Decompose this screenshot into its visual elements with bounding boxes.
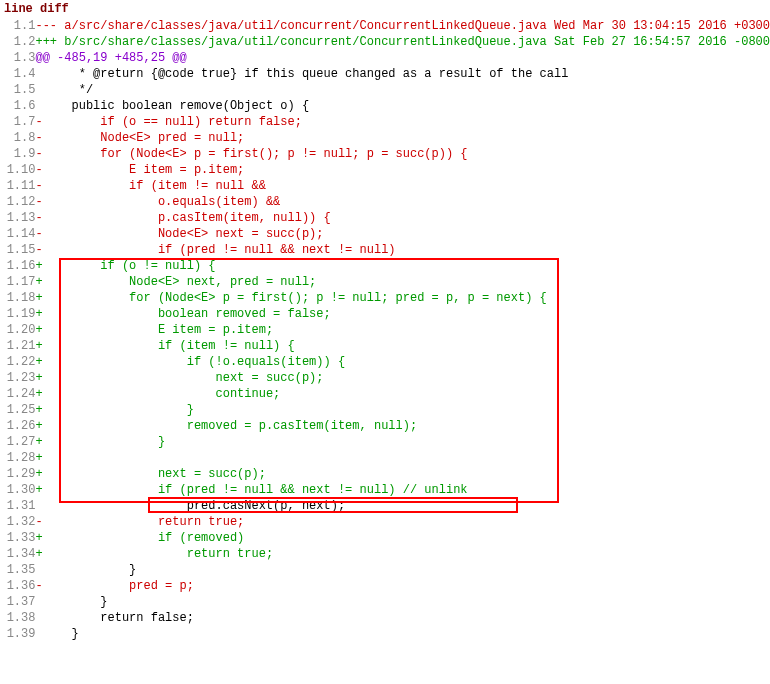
line-number: 1.13 <box>0 210 35 226</box>
diff-line: 1.31 pred.casNext(p, next); <box>0 498 770 514</box>
diff-table: 1.1--- a/src/share/classes/java/util/con… <box>0 18 770 642</box>
line-code: } <box>35 594 770 610</box>
line-code: + next = succ(p); <box>35 370 770 386</box>
line-number: 1.8 <box>0 130 35 146</box>
line-code: * @return {@code true} if this queue cha… <box>35 66 770 82</box>
line-number: 1.15 <box>0 242 35 258</box>
diff-line: 1.23+ next = succ(p); <box>0 370 770 386</box>
diff-line: 1.2+++ b/src/share/classes/java/util/con… <box>0 34 770 50</box>
diff-line: 1.22+ if (!o.equals(item)) { <box>0 354 770 370</box>
line-number: 1.4 <box>0 66 35 82</box>
diff-line: 1.18+ for (Node<E> p = first(); p != nul… <box>0 290 770 306</box>
diff-line: 1.16+ if (o != null) { <box>0 258 770 274</box>
line-code: + Node<E> next, pred = null; <box>35 274 770 290</box>
line-number: 1.3 <box>0 50 35 66</box>
line-number: 1.14 <box>0 226 35 242</box>
diff-line: 1.32- return true; <box>0 514 770 530</box>
line-number: 1.33 <box>0 530 35 546</box>
diff-container: line diff 1.1--- a/src/share/classes/jav… <box>0 0 770 642</box>
line-number: 1.26 <box>0 418 35 434</box>
line-number: 1.19 <box>0 306 35 322</box>
line-code: + continue; <box>35 386 770 402</box>
line-code: + <box>35 450 770 466</box>
line-code: } <box>35 562 770 578</box>
line-code: + if (removed) <box>35 530 770 546</box>
line-code: - if (item != null && <box>35 178 770 194</box>
line-number: 1.22 <box>0 354 35 370</box>
line-code: + for (Node<E> p = first(); p != null; p… <box>35 290 770 306</box>
line-code: + } <box>35 402 770 418</box>
line-code: - pred = p; <box>35 578 770 594</box>
line-code: - for (Node<E> p = first(); p != null; p… <box>35 146 770 162</box>
line-code: public boolean remove(Object o) { <box>35 98 770 114</box>
line-code: + return true; <box>35 546 770 562</box>
line-code: - if (pred != null && next != null) <box>35 242 770 258</box>
line-code: +++ b/src/share/classes/java/util/concur… <box>35 34 770 50</box>
line-code: + if (!o.equals(item)) { <box>35 354 770 370</box>
line-number: 1.24 <box>0 386 35 402</box>
diff-line: 1.12- o.equals(item) && <box>0 194 770 210</box>
line-number: 1.12 <box>0 194 35 210</box>
line-code: + E item = p.item; <box>35 322 770 338</box>
line-code: + boolean removed = false; <box>35 306 770 322</box>
diff-line: 1.30+ if (pred != null && next != null) … <box>0 482 770 498</box>
line-number: 1.9 <box>0 146 35 162</box>
line-number: 1.20 <box>0 322 35 338</box>
line-number: 1.16 <box>0 258 35 274</box>
diff-line: 1.35 } <box>0 562 770 578</box>
line-code: - if (o == null) return false; <box>35 114 770 130</box>
diff-line: 1.10- E item = p.item; <box>0 162 770 178</box>
diff-line: 1.7- if (o == null) return false; <box>0 114 770 130</box>
diff-line: 1.37 } <box>0 594 770 610</box>
line-code: + if (pred != null && next != null) // u… <box>35 482 770 498</box>
line-number: 1.38 <box>0 610 35 626</box>
diff-line: 1.5 */ <box>0 82 770 98</box>
line-number: 1.32 <box>0 514 35 530</box>
line-code: return false; <box>35 610 770 626</box>
line-code: - p.casItem(item, null)) { <box>35 210 770 226</box>
line-number: 1.28 <box>0 450 35 466</box>
diff-line: 1.6 public boolean remove(Object o) { <box>0 98 770 114</box>
line-code: - o.equals(item) && <box>35 194 770 210</box>
diff-line: 1.11- if (item != null && <box>0 178 770 194</box>
diff-line: 1.4 * @return {@code true} if this queue… <box>0 66 770 82</box>
line-number: 1.1 <box>0 18 35 34</box>
line-code: - Node<E> next = succ(p); <box>35 226 770 242</box>
line-code: - Node<E> pred = null; <box>35 130 770 146</box>
line-code: --- a/src/share/classes/java/util/concur… <box>35 18 770 34</box>
diff-line: 1.33+ if (removed) <box>0 530 770 546</box>
diff-line: 1.39 } <box>0 626 770 642</box>
line-number: 1.17 <box>0 274 35 290</box>
line-code: } <box>35 626 770 642</box>
line-number: 1.23 <box>0 370 35 386</box>
line-code: + next = succ(p); <box>35 466 770 482</box>
line-number: 1.30 <box>0 482 35 498</box>
line-number: 1.34 <box>0 546 35 562</box>
line-code: + if (o != null) { <box>35 258 770 274</box>
diff-line: 1.17+ Node<E> next, pred = null; <box>0 274 770 290</box>
line-number: 1.35 <box>0 562 35 578</box>
line-number: 1.31 <box>0 498 35 514</box>
diff-line: 1.15- if (pred != null && next != null) <box>0 242 770 258</box>
line-code: + removed = p.casItem(item, null); <box>35 418 770 434</box>
diff-header: line diff <box>0 0 770 18</box>
line-number: 1.7 <box>0 114 35 130</box>
diff-line: 1.36- pred = p; <box>0 578 770 594</box>
diff-line: 1.34+ return true; <box>0 546 770 562</box>
line-code: */ <box>35 82 770 98</box>
line-number: 1.36 <box>0 578 35 594</box>
diff-line: 1.24+ continue; <box>0 386 770 402</box>
line-number: 1.2 <box>0 34 35 50</box>
diff-line: 1.9- for (Node<E> p = first(); p != null… <box>0 146 770 162</box>
diff-line: 1.38 return false; <box>0 610 770 626</box>
diff-line: 1.1--- a/src/share/classes/java/util/con… <box>0 18 770 34</box>
line-code: + } <box>35 434 770 450</box>
diff-line: 1.29+ next = succ(p); <box>0 466 770 482</box>
line-code: pred.casNext(p, next); <box>35 498 770 514</box>
diff-line: 1.14- Node<E> next = succ(p); <box>0 226 770 242</box>
diff-line: 1.28+ <box>0 450 770 466</box>
line-code: + if (item != null) { <box>35 338 770 354</box>
diff-line: 1.27+ } <box>0 434 770 450</box>
line-number: 1.5 <box>0 82 35 98</box>
diff-line: 1.3@@ -485,19 +485,25 @@ <box>0 50 770 66</box>
